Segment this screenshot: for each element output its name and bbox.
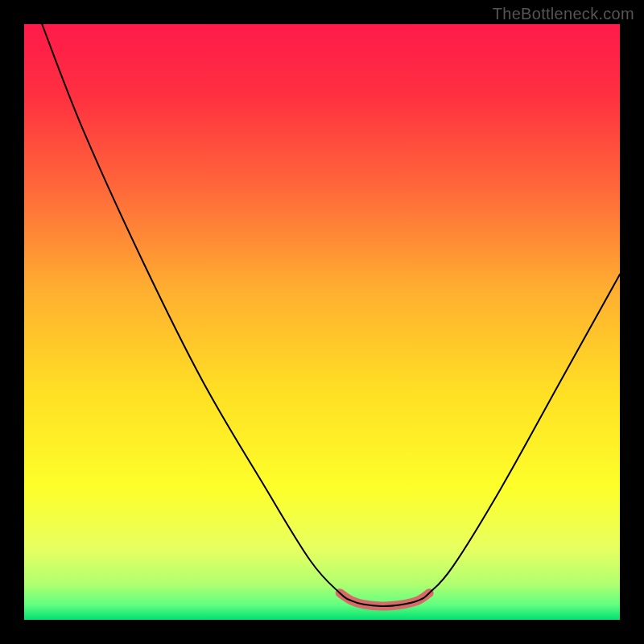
chart-svg [0,0,644,644]
plot-background [24,24,620,620]
chart-container: TheBottleneck.com [0,0,644,644]
watermark-text: TheBottleneck.com [493,5,634,23]
